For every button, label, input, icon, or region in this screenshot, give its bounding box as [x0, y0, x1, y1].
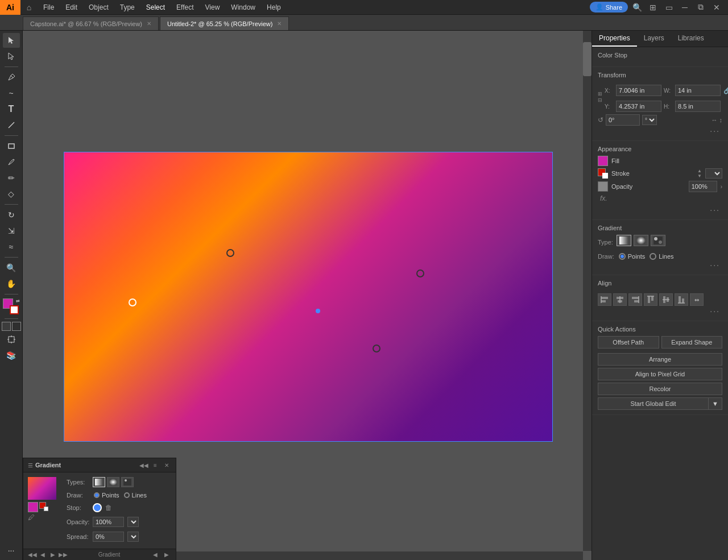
- paintbrush-tool[interactable]: [3, 155, 20, 169]
- tab-untitled-close[interactable]: ✕: [277, 20, 282, 27]
- eraser-tool[interactable]: ◇: [3, 186, 20, 201]
- start-global-button[interactable]: Start Global Edit: [598, 397, 709, 410]
- zoom-tool[interactable]: 🔍: [3, 260, 20, 275]
- bottom-stroke-area[interactable]: [39, 502, 48, 511]
- appearance-more[interactable]: ···: [598, 205, 722, 215]
- bottom-panel-close[interactable]: ✕: [162, 461, 171, 470]
- nav-next-next[interactable]: ▶▶: [59, 551, 68, 559]
- align-left-btn[interactable]: [598, 293, 611, 306]
- menu-file[interactable]: File: [38, 0, 60, 15]
- menu-select[interactable]: Select: [140, 0, 171, 15]
- lines-radio-dot[interactable]: [650, 253, 656, 260]
- minimize-icon[interactable]: ─: [678, 1, 692, 14]
- vertical-scrollbar-thumb[interactable]: [583, 42, 592, 76]
- points-radio[interactable]: Points: [619, 253, 646, 260]
- share-button[interactable]: 👤 Share: [590, 2, 628, 13]
- bottom-spread-select[interactable]: [127, 532, 139, 542]
- gradient-more[interactable]: ···: [598, 260, 722, 270]
- transform-more[interactable]: ···: [598, 126, 722, 136]
- pencil-tool[interactable]: ✏: [3, 171, 20, 185]
- direct-select-tool[interactable]: [3, 49, 20, 64]
- bottom-panel-options[interactable]: ≡: [151, 461, 160, 470]
- stroke-swatch-box[interactable]: [598, 168, 608, 179]
- restore-icon[interactable]: ⧉: [694, 1, 708, 14]
- stop-color-indicator[interactable]: [93, 503, 102, 512]
- tab-capstone-close[interactable]: ✕: [147, 20, 151, 27]
- delete-stop-btn[interactable]: 🗑: [105, 504, 112, 512]
- x-input[interactable]: [616, 85, 661, 96]
- align-right-btn[interactable]: [628, 293, 642, 306]
- recolor-button[interactable]: Recolor: [598, 383, 722, 395]
- rectangle-tool[interactable]: [3, 139, 20, 154]
- panel-icon[interactable]: ▭: [662, 1, 676, 14]
- bottom-opacity-select[interactable]: [127, 517, 139, 527]
- bottom-linear-btn[interactable]: [93, 477, 105, 487]
- menu-help[interactable]: Help: [261, 0, 287, 15]
- linear-gradient-btn[interactable]: [617, 235, 631, 246]
- bottom-lines-dot[interactable]: [124, 492, 130, 498]
- grid-view-icon[interactable]: ⊞: [646, 1, 660, 14]
- more-tools[interactable]: ···: [3, 543, 20, 558]
- bottom-eyedropper[interactable]: 🖊: [28, 513, 62, 521]
- scroll-right-btn[interactable]: ▶: [162, 551, 171, 559]
- menu-view[interactable]: View: [200, 0, 226, 15]
- tab-layers[interactable]: Layers: [637, 31, 671, 47]
- opacity-expand[interactable]: ›: [721, 184, 722, 190]
- h-input[interactable]: [675, 101, 721, 112]
- menu-effect[interactable]: Effect: [171, 0, 199, 15]
- gradient-center-point[interactable]: [316, 309, 320, 313]
- select-tool[interactable]: [3, 33, 20, 48]
- expand-shape-button[interactable]: Expand Shape: [661, 336, 723, 349]
- behind-draw-btn[interactable]: [12, 322, 21, 331]
- align-top-btn[interactable]: [644, 293, 657, 306]
- bottom-points-dot[interactable]: [94, 492, 100, 498]
- bottom-spread-input[interactable]: [93, 532, 124, 542]
- bottom-opacity-input[interactable]: [93, 517, 124, 527]
- bottom-fill-swatch[interactable]: [28, 502, 38, 512]
- points-radio-dot[interactable]: [619, 253, 626, 260]
- gradient-point-4[interactable]: [373, 345, 380, 352]
- scroll-left-btn[interactable]: ◀: [151, 551, 160, 559]
- text-tool[interactable]: T: [3, 102, 20, 117]
- bottom-panel-collapse[interactable]: ◀◀: [139, 461, 148, 470]
- lines-radio[interactable]: Lines: [650, 253, 673, 260]
- fill-stroke-selector[interactable]: ⇄: [3, 298, 20, 314]
- swap-icon[interactable]: ⇄: [16, 298, 20, 304]
- align-middle-btn[interactable]: [659, 293, 673, 306]
- tab-capstone[interactable]: Capstone.ai* @ 66.67 % (RGB/Preview) ✕: [23, 16, 159, 30]
- gradient-point-2[interactable]: [416, 269, 424, 277]
- nav-next[interactable]: ▶: [48, 551, 57, 559]
- nav-prev[interactable]: ◀: [38, 551, 47, 559]
- menu-window[interactable]: Window: [225, 0, 261, 15]
- scale-tool[interactable]: ⇲: [3, 223, 20, 238]
- pen-tool[interactable]: [3, 70, 20, 85]
- stroke-swatch[interactable]: [10, 305, 19, 314]
- menu-type[interactable]: Type: [114, 0, 140, 15]
- warp-tool[interactable]: ≈: [3, 239, 20, 254]
- nav-prev-prev[interactable]: ◀◀: [28, 551, 37, 559]
- normal-draw-btn[interactable]: [2, 322, 11, 331]
- rotate-tool[interactable]: ↻: [3, 208, 20, 222]
- bottom-freeform-btn[interactable]: [121, 477, 134, 487]
- offset-path-button[interactable]: Offset Path: [598, 336, 659, 349]
- align-bottom-btn[interactable]: [675, 293, 688, 306]
- line-tool[interactable]: [3, 118, 20, 132]
- tab-libraries[interactable]: Libraries: [671, 31, 711, 47]
- w-input[interactable]: [675, 85, 721, 96]
- search-icon[interactable]: 🔍: [630, 1, 644, 14]
- vertical-scrollbar[interactable]: [583, 31, 592, 551]
- link-proportions-icon[interactable]: 🔗: [723, 82, 728, 99]
- arrange-button[interactable]: Arrange: [598, 353, 722, 366]
- bottom-radial-btn[interactable]: [107, 477, 119, 487]
- bottom-points-radio[interactable]: Points: [94, 492, 119, 499]
- align-center-h-btn[interactable]: [613, 293, 627, 306]
- gradient-point-3[interactable]: [129, 298, 136, 306]
- fill-swatch-box[interactable]: [598, 156, 608, 166]
- start-global-dropdown[interactable]: ▼: [709, 397, 722, 410]
- stroke-dropdown[interactable]: [705, 168, 722, 179]
- home-icon[interactable]: ⌂: [20, 0, 38, 15]
- radial-gradient-btn[interactable]: [634, 235, 648, 246]
- menu-object[interactable]: Object: [83, 0, 114, 15]
- gradient-point-1[interactable]: [226, 249, 234, 257]
- stroke-arrows[interactable]: ▲▼: [697, 168, 702, 179]
